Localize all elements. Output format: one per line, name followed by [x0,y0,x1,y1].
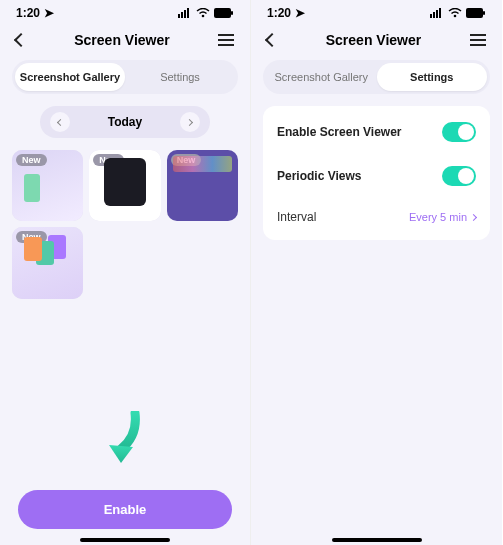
setting-label: Enable Screen Viewer [277,125,402,139]
svg-rect-10 [439,8,441,18]
location-icon: ➤ [295,6,305,20]
setting-periodic-views: Periodic Views [277,154,476,198]
phone-gallery: 1:20 ➤ Screen Viewer Screenshot Gallery … [0,0,251,545]
screenshot-thumb[interactable]: New [12,150,83,221]
menu-button[interactable] [470,34,486,46]
status-icons [430,8,486,18]
header: Screen Viewer [251,22,502,60]
date-prev-button[interactable] [50,112,70,132]
back-button[interactable] [16,35,26,45]
setting-interval[interactable]: Interval Every 5 min [277,198,476,236]
wifi-icon [448,8,462,18]
tab-settings[interactable]: Settings [377,63,488,91]
enable-button-label: Enable [104,502,147,517]
settings-card: Enable Screen Viewer Periodic Views Inte… [263,106,490,240]
battery-icon [466,8,486,18]
back-button[interactable] [267,35,277,45]
arrow-down-icon [101,411,149,471]
date-label: Today [108,115,142,129]
tab-bar: Screenshot Gallery Settings [263,60,490,94]
signal-icon [430,8,444,18]
date-navigator: Today [40,106,210,138]
setting-enable-viewer: Enable Screen Viewer [277,110,476,154]
screenshot-thumb[interactable]: New [89,150,160,221]
toggle-periodic-views[interactable] [442,166,476,186]
svg-rect-6 [231,11,233,15]
home-indicator[interactable] [332,538,422,542]
signal-icon [178,8,192,18]
chevron-left-icon [265,33,279,47]
svg-point-4 [202,15,205,18]
new-badge: New [93,154,124,166]
page-title: Screen Viewer [74,32,169,48]
svg-rect-8 [433,12,435,18]
svg-rect-0 [178,14,180,18]
tab-gallery[interactable]: Screenshot Gallery [266,63,377,91]
svg-rect-7 [430,14,432,18]
date-next-button[interactable] [180,112,200,132]
svg-point-11 [454,15,457,18]
location-icon: ➤ [44,6,54,20]
phone-settings: 1:20 ➤ Screen Viewer Screenshot Gallery … [251,0,502,545]
home-indicator[interactable] [80,538,170,542]
new-badge: New [171,154,202,166]
tab-bar: Screenshot Gallery Settings [12,60,238,94]
chevron-right-icon [470,213,477,220]
svg-rect-12 [466,8,483,18]
enable-button[interactable]: Enable [18,490,232,529]
arrow-indicator [101,411,149,475]
status-icons [178,8,234,18]
svg-rect-5 [214,8,231,18]
svg-rect-13 [483,11,485,15]
screenshot-thumb[interactable]: New [12,227,83,298]
new-badge: New [16,154,47,166]
battery-icon [214,8,234,18]
screenshot-thumb[interactable]: New [167,150,238,221]
status-time: 1:20 [267,6,291,20]
setting-label: Interval [277,210,316,224]
chevron-left-icon [56,118,63,125]
chevron-left-icon [14,33,28,47]
interval-value-text: Every 5 min [409,211,467,223]
new-badge: New [16,231,47,243]
interval-value: Every 5 min [409,211,476,223]
svg-rect-1 [181,12,183,18]
toggle-enable-viewer[interactable] [442,122,476,142]
tab-gallery[interactable]: Screenshot Gallery [15,63,125,91]
svg-rect-9 [436,10,438,18]
page-title: Screen Viewer [326,32,421,48]
setting-label: Periodic Views [277,169,362,183]
chevron-right-icon [186,118,193,125]
header: Screen Viewer [0,22,250,60]
status-time: 1:20 [16,6,40,20]
status-bar: 1:20 ➤ [0,0,250,22]
wifi-icon [196,8,210,18]
svg-rect-3 [187,8,189,18]
screenshot-grid: New New New New [0,150,250,299]
menu-button[interactable] [218,34,234,46]
status-bar: 1:20 ➤ [251,0,502,22]
svg-rect-2 [184,10,186,18]
tab-settings[interactable]: Settings [125,63,235,91]
